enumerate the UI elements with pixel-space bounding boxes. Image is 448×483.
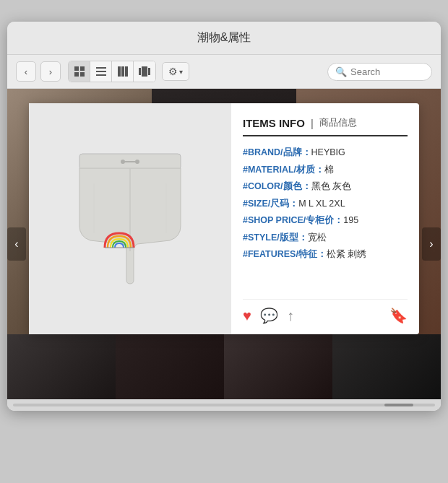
bottom-cell-4 [332, 334, 441, 399]
material-value: 棉 [324, 165, 334, 175]
like-button[interactable]: ♥ [243, 308, 251, 324]
forward-button[interactable]: › [40, 61, 61, 82]
prev-button[interactable]: ‹ [7, 227, 26, 261]
svg-rect-3 [80, 72, 85, 77]
bottom-cell-3 [224, 334, 332, 399]
list-icon [96, 66, 106, 77]
view-grid-button[interactable] [69, 61, 90, 82]
style-row: #STYLE/版型：宽松 [243, 232, 408, 245]
price-label: #SHOP PRICE/专柜价： [243, 215, 343, 225]
features-label: #FEATURES/特征： [243, 249, 327, 259]
svg-rect-6 [96, 74, 106, 76]
brand-label: #BRAND/品牌： [243, 147, 311, 157]
next-button[interactable]: › [422, 227, 441, 261]
svg-rect-0 [74, 66, 79, 71]
size-value: M L XL 2XL [298, 199, 345, 209]
product-image [58, 139, 202, 298]
size-row: #SIZE/尺码：M L XL 2XL [243, 198, 408, 211]
svg-rect-5 [96, 71, 106, 72]
color-label: #COLOR/颜色： [243, 181, 311, 191]
svg-rect-7 [118, 66, 121, 77]
svg-rect-2 [74, 72, 79, 77]
back-icon: ‹ [25, 66, 27, 77]
price-row: #SHOP PRICE/专柜价：195 [243, 214, 408, 227]
search-input[interactable] [350, 66, 424, 77]
info-title: ITEMS INFO | 商品信息 [243, 116, 408, 136]
search-icon: 🔍 [335, 66, 347, 77]
info-title-cn: 商品信息 [319, 116, 357, 129]
bottom-image-strip [7, 334, 441, 399]
material-row: #MATERIAL/材质：棉 [243, 164, 408, 177]
toolbar: ‹ › [7, 55, 441, 89]
window-title: 潮物&属性 [197, 31, 251, 43]
chevron-down-icon: ▾ [179, 68, 183, 76]
svg-rect-12 [148, 68, 150, 75]
settings-button[interactable]: ⚙ ▾ [162, 62, 189, 81]
bookmark-button[interactable]: 🔖 [389, 307, 408, 324]
info-title-sep: | [311, 117, 314, 129]
svg-rect-9 [125, 66, 128, 77]
share-button[interactable]: ↑ [287, 308, 294, 324]
svg-rect-1 [80, 66, 85, 71]
view-list-button[interactable] [90, 61, 112, 82]
left-arrow-icon: ‹ [14, 238, 18, 251]
material-label: #MATERIAL/材质： [243, 165, 324, 175]
svg-rect-10 [139, 68, 141, 75]
title-bar: 潮物&属性 [7, 22, 441, 55]
scrollbar-area [7, 399, 441, 411]
product-info: ITEMS INFO | 商品信息 #BRAND/品牌：HEYBIG #MATE… [231, 103, 419, 334]
right-arrow-icon: › [429, 238, 433, 251]
bottom-cell-1 [7, 334, 116, 399]
features-value: 松紧 刺绣 [327, 249, 366, 259]
action-bar: ♥ 💬 ↑ 🔖 [243, 299, 408, 324]
gear-icon: ⚙ [168, 66, 178, 77]
view-switcher [68, 61, 156, 82]
brand-value: HEYBIG [311, 147, 345, 157]
back-button[interactable]: ‹ [16, 61, 36, 82]
svg-rect-4 [96, 67, 106, 69]
view-filmstrip-button[interactable] [134, 61, 155, 82]
search-box: 🔍 [327, 63, 432, 81]
main-window: 潮物&属性 ‹ › [7, 22, 441, 411]
color-row: #COLOR/颜色：黑色 灰色 [243, 180, 408, 193]
info-title-en: ITEMS INFO [243, 117, 305, 129]
product-image-area [29, 103, 231, 334]
svg-rect-11 [142, 66, 147, 77]
scrollbar-thumb[interactable] [384, 404, 413, 406]
brand-row: #BRAND/品牌：HEYBIG [243, 147, 408, 160]
comment-button[interactable]: 💬 [260, 307, 278, 324]
info-rows: #BRAND/品牌：HEYBIG #MATERIAL/材质：棉 #COLOR/颜… [243, 147, 408, 295]
style-value: 宽松 [308, 232, 327, 243]
svg-rect-8 [121, 66, 124, 77]
content-area: ‹ › [7, 89, 441, 399]
size-label: #SIZE/尺码： [243, 199, 298, 209]
color-value: 黑色 灰色 [311, 181, 351, 191]
product-card: ITEMS INFO | 商品信息 #BRAND/品牌：HEYBIG #MATE… [29, 103, 419, 334]
forward-icon: › [49, 66, 52, 77]
features-row: #FEATURES/特征：松紧 刺绣 [243, 248, 408, 261]
grid-icon [74, 66, 85, 77]
bottom-cell-2 [116, 334, 224, 399]
scrollbar-track[interactable] [13, 404, 435, 406]
price-value: 195 [343, 215, 358, 225]
style-label: #STYLE/版型： [243, 232, 308, 243]
filmstrip-icon [139, 66, 150, 77]
columns-icon [118, 66, 128, 77]
view-columns-button[interactable] [112, 61, 134, 82]
